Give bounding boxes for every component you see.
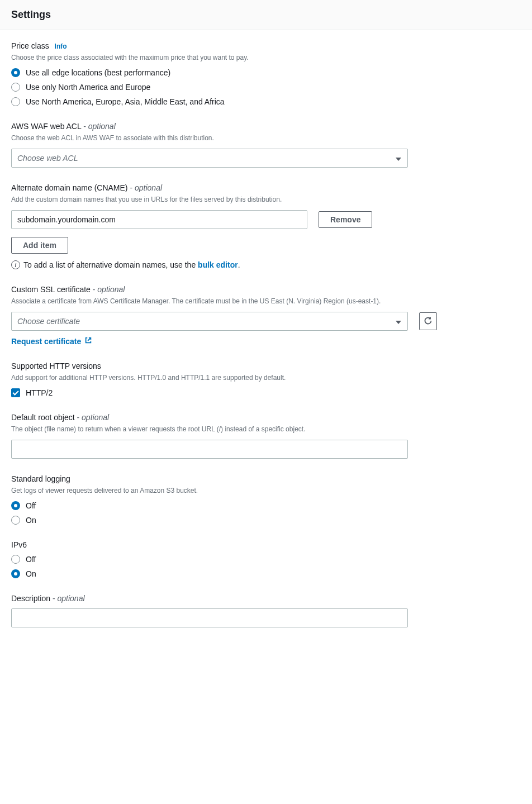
http-versions-section: Supported HTTP versions Add support for … bbox=[11, 361, 521, 397]
cname-section: Alternate domain name (CNAME)optional Ad… bbox=[11, 183, 521, 269]
cname-input[interactable] bbox=[11, 210, 307, 229]
logging-option-label: On bbox=[26, 516, 36, 525]
checkbox-checked-icon bbox=[11, 388, 20, 397]
refresh-button[interactable] bbox=[419, 312, 437, 330]
waf-acl-description: Choose the web ACL in AWS WAF to associa… bbox=[11, 133, 521, 143]
price-class-option-label: Use North America, Europe, Asia, Middle … bbox=[26, 97, 225, 106]
ipv6-radio-on[interactable]: On bbox=[11, 569, 521, 578]
logging-label: Standard logging bbox=[11, 474, 70, 483]
description-field-section: Descriptionoptional bbox=[11, 594, 521, 627]
refresh-icon bbox=[424, 316, 433, 327]
logging-description: Get logs of viewer requests delivered to… bbox=[11, 486, 521, 496]
settings-header: Settings bbox=[0, 0, 532, 30]
ipv6-radio-off[interactable]: Off bbox=[11, 555, 521, 564]
add-item-button[interactable]: Add item bbox=[11, 237, 68, 254]
remove-button[interactable]: Remove bbox=[319, 211, 372, 228]
price-class-label: Price class bbox=[11, 41, 49, 50]
radio-checked-icon bbox=[11, 501, 20, 510]
ssl-cert-section: Custom SSL certificateoptional Associate… bbox=[11, 285, 521, 346]
info-icon: i bbox=[11, 260, 20, 269]
price-class-radio-na-eu-asia[interactable]: Use North America, Europe, Asia, Middle … bbox=[11, 97, 521, 106]
price-class-radio-na-eu[interactable]: Use only North America and Europe bbox=[11, 83, 521, 92]
radio-unchecked-icon bbox=[11, 83, 20, 92]
root-object-input[interactable] bbox=[11, 440, 408, 459]
cname-info-text: To add a list of alternative domain name… bbox=[23, 260, 198, 269]
price-class-description: Choose the price class associated with t… bbox=[11, 53, 521, 63]
http2-label: HTTP/2 bbox=[26, 388, 53, 397]
logging-radio-off[interactable]: Off bbox=[11, 501, 521, 510]
http-versions-label: Supported HTTP versions bbox=[11, 361, 101, 370]
price-class-option-label: Use only North America and Europe bbox=[26, 83, 150, 92]
waf-acl-section: AWS WAF web ACLoptional Choose the web A… bbox=[11, 122, 521, 168]
cname-label: Alternate domain name (CNAME) bbox=[11, 183, 128, 192]
ssl-cert-select[interactable]: Choose certificate bbox=[11, 312, 408, 331]
price-class-info-link[interactable]: Info bbox=[55, 42, 67, 50]
ipv6-label: IPv6 bbox=[11, 540, 27, 549]
ipv6-option-label: Off bbox=[26, 555, 36, 564]
waf-acl-select[interactable]: Choose web ACL bbox=[11, 149, 408, 168]
optional-tag: optional bbox=[75, 413, 110, 422]
optional-tag: optional bbox=[50, 594, 85, 603]
logging-section: Standard logging Get logs of viewer requ… bbox=[11, 474, 521, 525]
logging-radio-on[interactable]: On bbox=[11, 516, 521, 525]
root-object-label: Default root object bbox=[11, 413, 75, 422]
ssl-cert-label: Custom SSL certificate bbox=[11, 285, 91, 294]
logging-option-label: Off bbox=[26, 501, 36, 510]
optional-tag: optional bbox=[91, 285, 125, 294]
radio-checked-icon bbox=[11, 569, 20, 578]
request-certificate-link[interactable]: Request certificate bbox=[11, 336, 521, 346]
ipv6-option-label: On bbox=[26, 569, 36, 578]
page-title: Settings bbox=[11, 9, 521, 21]
price-class-radio-all[interactable]: Use all edge locations (best performance… bbox=[11, 68, 521, 77]
root-object-section: Default root objectoptional The object (… bbox=[11, 413, 521, 459]
radio-unchecked-icon bbox=[11, 516, 20, 525]
price-class-option-label: Use all edge locations (best performance… bbox=[26, 68, 170, 77]
root-object-description: The object (file name) to return when a … bbox=[11, 424, 521, 434]
waf-acl-label: AWS WAF web ACL bbox=[11, 122, 81, 131]
radio-checked-icon bbox=[11, 68, 20, 77]
external-link-icon bbox=[84, 336, 92, 346]
ssl-cert-description: Associate a certificate from AWS Certifi… bbox=[11, 296, 521, 306]
http-versions-description: Add support for additional HTTP versions… bbox=[11, 373, 521, 383]
period: . bbox=[238, 260, 240, 269]
http2-checkbox[interactable]: HTTP/2 bbox=[11, 388, 521, 397]
radio-unchecked-icon bbox=[11, 555, 20, 564]
radio-unchecked-icon bbox=[11, 97, 20, 106]
ipv6-section: IPv6 Off On bbox=[11, 540, 521, 578]
request-cert-label: Request certificate bbox=[11, 337, 81, 346]
cname-description: Add the custom domain names that you use… bbox=[11, 194, 521, 204]
optional-tag: optional bbox=[128, 183, 163, 192]
optional-tag: optional bbox=[81, 122, 116, 131]
description-input[interactable] bbox=[11, 608, 408, 627]
bulk-editor-link[interactable]: bulk editor bbox=[198, 260, 238, 269]
price-class-section: Price class Info Choose the price class … bbox=[11, 41, 521, 106]
description-field-label: Description bbox=[11, 594, 50, 603]
